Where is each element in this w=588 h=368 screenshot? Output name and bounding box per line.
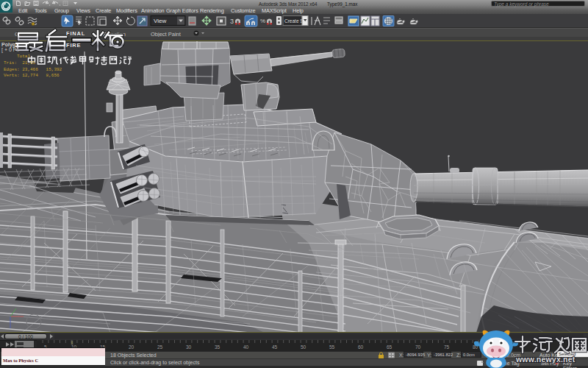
svg-text:www.newyx.net: www.newyx.net — [515, 355, 576, 364]
svg-text:FIRE: FIRE — [66, 42, 81, 49]
svg-text:FINAL: FINAL — [66, 30, 85, 37]
